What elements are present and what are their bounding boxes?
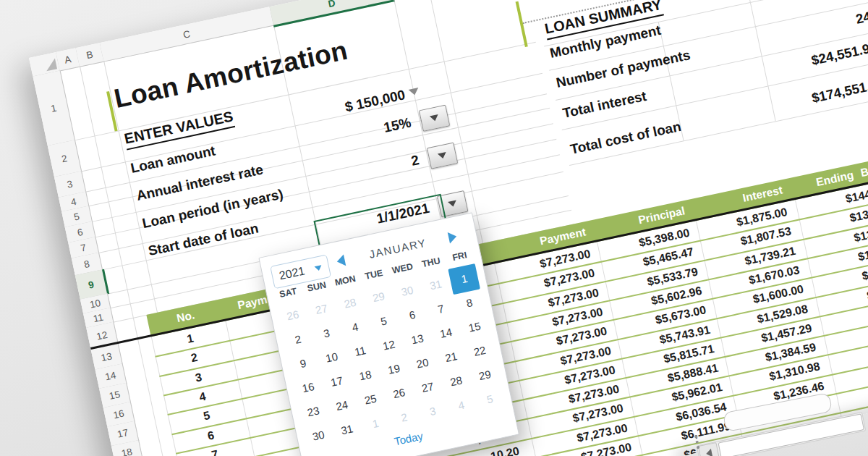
summary-accent-bar — [516, 1, 528, 47]
scroll-left-icon — [705, 448, 712, 456]
cell-value[interactable]: 2 — [305, 151, 421, 193]
calendar-date[interactable]: 5 — [473, 384, 506, 415]
calendar-day-name: THU — [416, 255, 446, 271]
dropdown-arrow-icon — [448, 200, 457, 207]
enter-values-heading-cell: ENTER VALUES — [123, 108, 235, 150]
calendar-day-name: MON — [330, 273, 360, 289]
row-header-1[interactable]: 1 — [33, 70, 75, 146]
select-all-icon — [44, 59, 57, 72]
calendar-date[interactable]: 3 — [416, 397, 449, 427]
calendar-date[interactable]: 1 — [359, 409, 392, 439]
dropdown-arrow-icon[interactable] — [409, 88, 420, 96]
spreadsheet: ABCDE 12345678910111213141516171819 Loan… — [29, 0, 868, 456]
calendar-date[interactable]: 31 — [331, 415, 364, 445]
prev-month-button[interactable] — [336, 255, 346, 268]
calendar-date[interactable]: 2 — [388, 402, 421, 433]
dropdown-arrow-icon — [430, 114, 439, 122]
dropdown-arrow-icon — [438, 152, 447, 159]
dropdown-button[interactable] — [419, 105, 450, 132]
column-header-D[interactable]: D — [270, 0, 395, 28]
calendar-date-selected[interactable]: 1 — [448, 263, 481, 295]
dropdown-button[interactable] — [427, 142, 458, 169]
screenshot-stage: ABCDE 12345678910111213141516171819 Loan… — [0, 0, 868, 456]
calendar-date[interactable]: 4 — [445, 390, 478, 421]
year-value: 2021 — [278, 264, 306, 282]
enter-values-heading: ENTER VALUES — [123, 108, 235, 150]
year-dropdown-icon — [314, 265, 322, 271]
calendar-day-name: WED — [387, 261, 417, 276]
next-month-button[interactable] — [448, 231, 458, 244]
calendar-day-name: FRI — [444, 248, 475, 264]
calendar-day-name: TUE — [359, 266, 389, 282]
calendar-prev-icon — [336, 255, 346, 268]
calendar-date[interactable]: 30 — [302, 421, 335, 451]
column-header-C[interactable]: C — [100, 7, 274, 62]
summary-label: Total interest — [561, 87, 648, 123]
calendar-next-icon — [448, 231, 458, 244]
